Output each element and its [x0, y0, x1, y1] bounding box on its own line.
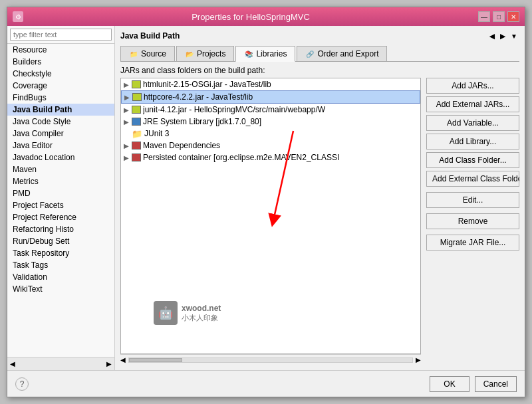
- jar-list-item[interactable]: ▶Maven Dependencies: [121, 140, 420, 152]
- sidebar-item[interactable]: Validation: [7, 271, 114, 283]
- bottom-buttons: OK Cancel: [430, 376, 517, 392]
- jar-list-item[interactable]: 📁JUnit 3: [121, 128, 420, 140]
- sidebar-item[interactable]: Resource: [7, 44, 114, 56]
- sidebar-item[interactable]: Java Build Path: [7, 104, 114, 116]
- expand-arrow-icon[interactable]: ▶: [124, 94, 132, 101]
- expand-arrow-icon[interactable]: ▶: [124, 106, 132, 114]
- jar-type-icon: [132, 106, 141, 114]
- hscroll-right[interactable]: ▶: [416, 356, 421, 363]
- sidebar-item[interactable]: Builders: [7, 56, 114, 68]
- expand-arrow-icon[interactable]: ▶: [124, 142, 132, 150]
- panel-title-text: Java Build Path: [120, 31, 180, 41]
- jar-list-item[interactable]: ▶JRE System Library [jdk1.7.0_80]: [121, 116, 420, 128]
- tab-icon-source: 📁: [129, 49, 138, 58]
- jar-list-wrapper: ▶htmlunit-2.15-OSGi.jar - JavaTest/lib▶h…: [120, 78, 421, 365]
- jar-item-text: httpcore-4.2.2.jar - JavaTest/lib: [144, 92, 253, 102]
- jar-horizontal-scrollbar[interactable]: ◀ ▶: [120, 354, 421, 365]
- add-variable-button[interactable]: Add Variable...: [426, 115, 519, 131]
- scroll-left-icon[interactable]: ◀: [10, 360, 15, 367]
- sidebar-item[interactable]: FindBugs: [7, 92, 114, 104]
- sidebar-item[interactable]: Java Code Style: [7, 116, 114, 128]
- filter-input[interactable]: [10, 29, 112, 41]
- jar-list-item[interactable]: ▶Persisted container [org.eclipse.m2e.MA…: [121, 152, 420, 163]
- edit-button[interactable]: Edit...: [426, 192, 519, 208]
- jar-type-icon: [132, 142, 141, 150]
- jar-item-text: htmlunit-2.15-OSGi.jar - JavaTest/lib: [143, 80, 271, 89]
- sidebar-list: ResourceBuildersCheckstyleCoverageFindBu…: [7, 44, 114, 357]
- sidebar-item[interactable]: Task Repository: [7, 247, 114, 259]
- jar-type-icon: 📁: [132, 129, 142, 138]
- cancel-button[interactable]: Cancel: [475, 376, 517, 392]
- sidebar-item[interactable]: Java Editor: [7, 140, 114, 152]
- jar-item-text: Persisted container [org.eclipse.m2e.MAV…: [143, 153, 339, 162]
- jar-list-item[interactable]: ▶httpcore-4.2.2.jar - JavaTest/lib: [121, 90, 420, 104]
- sidebar-item[interactable]: PMD: [7, 187, 114, 199]
- jar-item-text: JRE System Library [jdk1.7.0_80]: [143, 117, 261, 126]
- main-content: ResourceBuildersCheckstyleCoverageFindBu…: [7, 26, 525, 370]
- expand-arrow-icon[interactable]: ▶: [124, 81, 132, 88]
- jar-type-icon: [132, 80, 141, 88]
- nav-menu-button[interactable]: ▼: [509, 32, 519, 41]
- properties-window: ⚙ Properties for HelloSpringMVC — □ ✕ Re…: [7, 7, 525, 397]
- sidebar-item[interactable]: Project Reference: [7, 211, 114, 223]
- sidebar-item[interactable]: Java Compiler: [7, 128, 114, 140]
- migrate-jar-button[interactable]: Migrate JAR File...: [426, 235, 519, 251]
- add-external-class-folder-button[interactable]: Add External Class Folder...: [426, 171, 519, 187]
- tab-label: Projects: [197, 49, 225, 58]
- panel-title-area: Java Build Path ◀ ▶ ▼: [120, 31, 519, 41]
- expand-arrow-icon[interactable]: ▶: [124, 118, 132, 126]
- hscroll-track[interactable]: [128, 357, 413, 363]
- nav-forward-button[interactable]: ▶: [498, 32, 507, 41]
- jar-list-label: JARs and class folders on the build path…: [120, 66, 519, 75]
- bottom-bar: ? OK Cancel: [7, 370, 525, 397]
- sidebar-scrollbar[interactable]: ◀ ▶: [7, 357, 114, 370]
- tab-source[interactable]: 📁Source: [120, 46, 175, 61]
- add-jars-button[interactable]: Add JARs...: [426, 78, 519, 94]
- jar-item-text: junit-4.12.jar - HelloSpringMVC/src/main…: [143, 105, 325, 114]
- remove-button[interactable]: Remove: [426, 213, 519, 229]
- scroll-right-icon[interactable]: ▶: [106, 360, 112, 367]
- sidebar-item[interactable]: Checkstyle: [7, 68, 114, 80]
- jar-type-icon: [132, 153, 141, 161]
- sidebar-item[interactable]: Project Facets: [7, 199, 114, 211]
- expand-arrow-icon[interactable]: ▶: [124, 154, 132, 161]
- jar-list-item[interactable]: ▶htmlunit-2.15-OSGi.jar - JavaTest/lib: [121, 78, 420, 90]
- jar-item-text: JUnit 3: [144, 129, 169, 138]
- hscroll-thumb[interactable]: [129, 358, 182, 362]
- right-panel: Java Build Path ◀ ▶ ▼ 📁Source📂Projects📚L…: [115, 26, 525, 370]
- nav-back-button[interactable]: ◀: [487, 32, 497, 41]
- help-button[interactable]: ?: [15, 377, 29, 391]
- sidebar-item[interactable]: Refactoring Histo: [7, 223, 114, 235]
- add-external-jars-button[interactable]: Add External JARs...: [426, 96, 519, 112]
- jar-list[interactable]: ▶htmlunit-2.15-OSGi.jar - JavaTest/lib▶h…: [120, 78, 421, 354]
- sidebar-item[interactable]: Task Tags: [7, 259, 114, 271]
- tab-icon-libraries: 📚: [244, 49, 253, 58]
- sidebar-item[interactable]: WikiText: [7, 283, 114, 295]
- window-icon: ⚙: [13, 11, 23, 22]
- tab-projects[interactable]: 📂Projects: [176, 46, 234, 61]
- tab-label: Source: [141, 49, 166, 58]
- sidebar-item[interactable]: Run/Debug Sett: [7, 235, 114, 247]
- sidebar-item[interactable]: Metrics: [7, 175, 114, 187]
- hscroll-left[interactable]: ◀: [120, 356, 126, 363]
- buttons-panel: Add JARs...Add External JARs...Add Varia…: [426, 78, 519, 365]
- jar-type-icon: [132, 118, 141, 126]
- content-area: ▶htmlunit-2.15-OSGi.jar - JavaTest/lib▶h…: [120, 78, 519, 365]
- ok-button[interactable]: OK: [430, 376, 469, 392]
- tab-libraries[interactable]: 📚Libraries: [235, 46, 295, 62]
- add-library-button[interactable]: Add Library...: [426, 134, 519, 150]
- tab-label: Order and Export: [317, 49, 378, 58]
- sidebar-item[interactable]: Javadoc Location: [7, 152, 114, 163]
- title-bar-controls: — □ ✕: [478, 11, 519, 22]
- tabs-bar: 📁Source📂Projects📚Libraries🔗Order and Exp…: [120, 46, 519, 62]
- sidebar-item[interactable]: Maven: [7, 163, 114, 175]
- sidebar-item[interactable]: Coverage: [7, 80, 114, 92]
- close-button[interactable]: ✕: [507, 11, 519, 22]
- jar-list-item[interactable]: ▶junit-4.12.jar - HelloSpringMVC/src/mai…: [121, 104, 420, 116]
- tab-order-and-export[interactable]: 🔗Order and Export: [297, 46, 387, 61]
- minimize-button[interactable]: —: [478, 11, 490, 22]
- tab-icon-order-and-export: 🔗: [305, 49, 315, 58]
- title-bar: ⚙ Properties for HelloSpringMVC — □ ✕: [7, 7, 525, 26]
- maximize-button[interactable]: □: [493, 11, 505, 22]
- add-class-folder-button[interactable]: Add Class Folder...: [426, 152, 519, 168]
